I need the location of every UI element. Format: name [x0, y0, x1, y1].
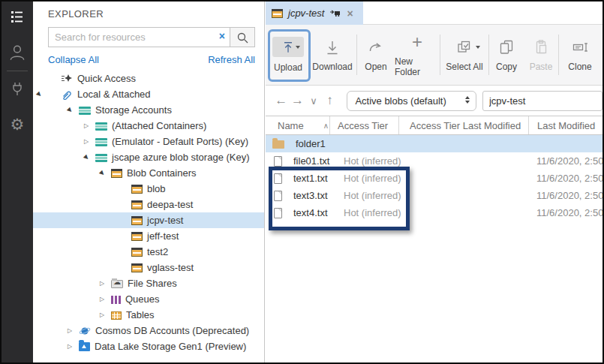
collapse-all-link[interactable]: Collapse All: [48, 54, 99, 65]
tree-item-vglass-test[interactable]: vglass-test: [33, 260, 264, 275]
blob-container-icon: [131, 200, 143, 209]
expanded-chevron-icon[interactable]: [84, 155, 95, 161]
tree-item-cosmos-db[interactable]: Cosmos DB Accounts (Deprecated): [33, 323, 264, 338]
column-header-name[interactable]: Name ∧: [266, 116, 330, 134]
clone-icon: [571, 38, 589, 56]
tree-item-label: (Emulator - Default Ports) (Key): [112, 136, 248, 147]
tree-item-jscape-azure-blob-storage[interactable]: jscape azure blob storage (Key): [33, 149, 264, 165]
connect-icon[interactable]: [2, 74, 33, 104]
settings-gear-icon[interactable]: ⚙: [2, 109, 33, 139]
storage-account-icon: [95, 154, 107, 162]
main-pane: jcpv-test × Uplo: [266, 2, 602, 362]
explorer-title: EXPLORER: [33, 2, 264, 20]
tree-item-quick-access[interactable]: Quick Access: [33, 71, 264, 86]
tree-item-label: Quick Access: [77, 73, 136, 84]
tree-item-label: deepa-test: [147, 199, 193, 210]
collapsed-chevron-icon[interactable]: [68, 328, 79, 334]
copy-button[interactable]: Copy: [489, 29, 524, 81]
up-icon[interactable]: ↑: [322, 93, 338, 108]
plus-icon: +: [412, 33, 422, 51]
file-share-icon: [111, 280, 123, 288]
path-input[interactable]: [482, 91, 602, 111]
tree-item-blob[interactable]: blob: [33, 181, 264, 197]
tree-item-label: Cosmos DB Accounts (Deprecated): [95, 325, 249, 336]
tree-actions: Collapse All Refresh All: [48, 54, 255, 65]
back-icon[interactable]: ←: [273, 93, 290, 108]
activity-bar-divider: [7, 71, 28, 71]
blob-row-text4[interactable]: text4.txt Hot (inferred) 11/6/2020, 2:50…: [266, 204, 602, 221]
blob-row-text1[interactable]: text1.txt Hot (inferred) 11/6/2020, 2:50…: [266, 170, 602, 187]
tree-item-tables[interactable]: Tables: [33, 307, 264, 323]
tree-item-queues[interactable]: Queues: [33, 291, 264, 307]
blob-row-file01[interactable]: file01.txt Hot (inferred) 11/6/2020, 2:5…: [266, 152, 602, 170]
close-tab-icon[interactable]: ×: [347, 8, 353, 20]
tree-item-storage-accounts[interactable]: Storage Accounts: [33, 102, 264, 118]
tree-item-label: jeff-test: [147, 230, 179, 242]
expanded-chevron-icon[interactable]: [68, 107, 79, 113]
upload-button[interactable]: Upload: [268, 29, 308, 81]
column-header-access-tier-last-modified[interactable]: Access Tier Last Modified: [399, 116, 529, 134]
blob-toolbar: Upload Download Open + New Folder: [266, 25, 602, 86]
column-header-last-modified[interactable]: Last Modified: [529, 116, 602, 134]
tree-item-blob-containers[interactable]: Blob Containers: [33, 165, 264, 181]
collapsed-chevron-icon[interactable]: [100, 312, 111, 318]
collapsed-chevron-icon[interactable]: [84, 139, 95, 145]
tab-title: jcpv-test: [288, 8, 324, 19]
search-input[interactable]: [48, 27, 230, 47]
file-icon: [274, 156, 282, 167]
data-lake-icon: [79, 342, 90, 351]
column-header-access-tier[interactable]: Access Tier: [330, 116, 399, 134]
search-icon: [236, 32, 248, 44]
tree-item-emulator[interactable]: (Emulator - Default Ports) (Key): [33, 134, 264, 149]
blob-view-selector[interactable]: Active blobs (default): [347, 91, 476, 111]
expanded-chevron-icon[interactable]: [37, 92, 61, 98]
expanded-chevron-icon[interactable]: [100, 170, 111, 176]
blob-container-icon: [131, 216, 143, 225]
blob-list-header: Name ∧ Access Tier Access Tier Last Modi…: [266, 116, 602, 135]
folder-icon: [272, 140, 284, 149]
tree-item-local-attached[interactable]: Local & Attached: [33, 86, 264, 102]
blob-row-text3[interactable]: text3.txt Hot (inferred) 11/6/2020, 2:50…: [266, 187, 602, 204]
open-button[interactable]: Open: [357, 29, 395, 81]
collapsed-chevron-icon[interactable]: [84, 123, 95, 129]
sort-ascending-icon: ∧: [323, 122, 329, 130]
paste-button[interactable]: Paste: [524, 29, 558, 81]
tab-strip: jcpv-test ×: [266, 2, 602, 25]
blob-list: Name ∧ Access Tier Access Tier Last Modi…: [266, 116, 602, 362]
tree-item-file-shares[interactable]: File Shares: [33, 275, 264, 291]
resource-tree: Quick Access Local & Attached Storage Ac…: [33, 71, 264, 354]
tree-item-attached-containers[interactable]: (Attached Containers): [33, 118, 264, 134]
cosmos-db-icon: [79, 326, 91, 335]
collapsed-chevron-icon[interactable]: [68, 344, 79, 350]
history-chevron-icon[interactable]: ∨: [305, 95, 322, 107]
clear-search-icon[interactable]: ×: [219, 30, 225, 42]
tree-item-label: jscape azure blob storage (Key): [112, 152, 250, 163]
search-box: ×: [48, 27, 230, 47]
collapsed-chevron-icon[interactable]: [100, 281, 111, 287]
tree-item-jcpv-test[interactable]: jcpv-test: [33, 212, 264, 228]
explorer-panel: EXPLORER × Collapse All Refresh All: [33, 2, 265, 362]
tab-jcpv-test[interactable]: jcpv-test ×: [266, 2, 363, 25]
refresh-all-link[interactable]: Refresh All: [208, 54, 255, 65]
copy-icon: [497, 38, 515, 56]
file-icon: [274, 191, 282, 201]
tree-item-jeff-test[interactable]: jeff-test: [33, 228, 264, 244]
select-all-button[interactable]: Select All: [440, 29, 488, 81]
tree-item-data-lake[interactable]: Data Lake Storage Gen1 (Preview): [33, 338, 264, 354]
tree-item-label: Tables: [126, 309, 155, 320]
account-icon[interactable]: [2, 38, 33, 68]
collapsed-chevron-icon[interactable]: [100, 296, 111, 302]
explorer-toggle-icon[interactable]: [2, 2, 33, 32]
tree-item-test2[interactable]: test2: [33, 244, 264, 260]
tree-item-label: jcpv-test: [147, 215, 183, 226]
blob-container-icon: [131, 263, 143, 272]
clone-button[interactable]: Clone: [559, 29, 601, 81]
download-button[interactable]: Download: [308, 29, 356, 81]
tree-item-deepa-test[interactable]: deepa-test: [33, 197, 264, 212]
blob-row-folder1[interactable]: folder1: [266, 135, 602, 152]
forward-icon[interactable]: →: [290, 93, 306, 108]
blob-name: text4.txt: [293, 207, 328, 218]
search-button[interactable]: [230, 27, 255, 47]
new-folder-button[interactable]: + New Folder: [395, 29, 440, 81]
upload-icon: [272, 37, 304, 57]
